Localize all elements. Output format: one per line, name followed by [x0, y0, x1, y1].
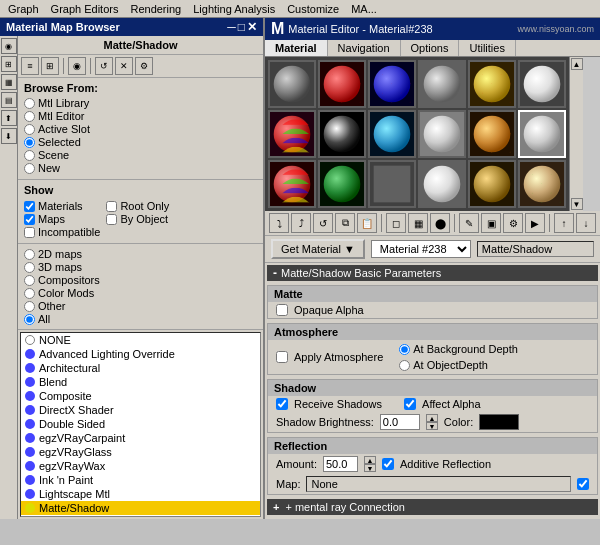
opaque-alpha-checkbox[interactable]: [276, 304, 288, 316]
material-swatch[interactable]: [418, 110, 466, 158]
material-swatch[interactable]: [418, 60, 466, 108]
sidebar-btn-4[interactable]: ▤: [1, 92, 17, 108]
menu-graph[interactable]: Graph: [2, 3, 45, 15]
menu-ma[interactable]: MA...: [345, 3, 383, 15]
toolbar-pick-material[interactable]: ✎: [459, 213, 479, 233]
shadow-brightness-input[interactable]: [380, 414, 420, 430]
show-materials[interactable]: Materials: [24, 200, 100, 212]
toolbar-nav-down[interactable]: ↓: [576, 213, 596, 233]
tab-options[interactable]: Options: [401, 40, 460, 56]
browser-list-view[interactable]: ≡: [21, 57, 39, 75]
brightness-spinner[interactable]: ▲ ▼: [426, 414, 438, 430]
toolbar-put-to-scene[interactable]: ⤴: [291, 213, 311, 233]
toolbar-nav-up[interactable]: ↑: [554, 213, 574, 233]
material-item[interactable]: Double Sided: [21, 417, 260, 431]
scroll-down-arrow[interactable]: ▼: [571, 198, 583, 210]
brightness-up[interactable]: ▲: [426, 414, 438, 422]
browse-mtl-library[interactable]: Mtl Library: [24, 97, 257, 109]
browser-radio-btn[interactable]: ◉: [68, 57, 86, 75]
browse-selected[interactable]: Selected: [24, 136, 257, 148]
menu-graph-editors[interactable]: Graph Editors: [45, 3, 125, 15]
material-item[interactable]: Ink 'n Paint: [21, 473, 260, 487]
browse-new[interactable]: New: [24, 162, 257, 174]
menu-rendering[interactable]: Rendering: [124, 3, 187, 15]
material-swatch[interactable]: [468, 160, 516, 208]
show-incompatible[interactable]: Incompatible: [24, 226, 100, 238]
params-collapse-btn[interactable]: -: [273, 266, 277, 280]
material-swatch[interactable]: [518, 110, 566, 158]
material-item[interactable]: egzVRayGlass: [21, 445, 260, 459]
material-swatch[interactable]: [518, 160, 566, 208]
shadow-color-box[interactable]: [479, 414, 519, 430]
show-by-object[interactable]: By Object: [106, 213, 169, 225]
material-swatch[interactable]: [368, 160, 416, 208]
material-swatch[interactable]: [518, 60, 566, 108]
additive-reflection-checkbox[interactable]: [382, 458, 394, 470]
material-item[interactable]: Morpher: [21, 515, 260, 517]
material-item[interactable]: Architectural: [21, 361, 260, 375]
material-item[interactable]: Matte/Shadow: [21, 501, 260, 515]
mental-ray-bar[interactable]: + + mental ray Connection: [267, 499, 598, 515]
browse-active-slot[interactable]: Active Slot: [24, 123, 257, 135]
at-background-depth[interactable]: At Background Depth: [399, 343, 518, 355]
menu-lighting-analysis[interactable]: Lighting Analysis: [187, 3, 281, 15]
amount-down[interactable]: ▼: [364, 464, 376, 472]
sidebar-btn-1[interactable]: ◉: [1, 38, 17, 54]
material-swatch[interactable]: [318, 60, 366, 108]
material-number-dropdown[interactable]: Material #238: [371, 240, 471, 258]
toolbar-video[interactable]: ▶: [525, 213, 545, 233]
toolbar-show-map[interactable]: ◻: [386, 213, 406, 233]
material-swatch[interactable]: [468, 110, 516, 158]
menu-customize[interactable]: Customize: [281, 3, 345, 15]
material-swatch[interactable]: [318, 110, 366, 158]
apply-atmosphere-checkbox[interactable]: [276, 351, 288, 363]
toolbar-backlight[interactable]: ⬤: [430, 213, 450, 233]
section-2d-maps[interactable]: 2D maps: [24, 248, 257, 260]
browse-scene[interactable]: Scene: [24, 149, 257, 161]
browser-refresh[interactable]: ↺: [95, 57, 113, 75]
section-compositors[interactable]: Compositors: [24, 274, 257, 286]
material-swatch[interactable]: [268, 60, 316, 108]
affect-alpha-checkbox[interactable]: [404, 398, 416, 410]
section-other[interactable]: Other: [24, 300, 257, 312]
material-swatch[interactable]: [368, 110, 416, 158]
amount-up[interactable]: ▲: [364, 456, 376, 464]
amount-spinner[interactable]: ▲ ▼: [364, 456, 376, 472]
toolbar-paste[interactable]: 📋: [357, 213, 377, 233]
material-item[interactable]: Lightscape Mtl: [21, 487, 260, 501]
material-swatch[interactable]: [368, 60, 416, 108]
toolbar-copy[interactable]: ⧉: [335, 213, 355, 233]
browser-clear[interactable]: ✕: [115, 57, 133, 75]
get-material-button[interactable]: Get Material ▼: [271, 239, 365, 259]
material-item[interactable]: Blend: [21, 375, 260, 389]
at-object-depth[interactable]: At ObjectDepth: [399, 359, 518, 371]
tab-navigation[interactable]: Navigation: [328, 40, 401, 56]
material-swatch[interactable]: [268, 110, 316, 158]
sidebar-btn-2[interactable]: ⊞: [1, 56, 17, 72]
browser-options[interactable]: ⚙: [135, 57, 153, 75]
browse-mtl-editor[interactable]: Mtl Editor: [24, 110, 257, 122]
material-swatch[interactable]: [418, 160, 466, 208]
section-all[interactable]: All: [24, 313, 257, 325]
material-item[interactable]: NONE: [21, 333, 260, 347]
scroll-up-arrow[interactable]: ▲: [571, 58, 583, 70]
toolbar-options[interactable]: ⚙: [503, 213, 523, 233]
sidebar-btn-3[interactable]: ▦: [1, 74, 17, 90]
toolbar-select[interactable]: ▣: [481, 213, 501, 233]
material-item[interactable]: DirectX Shader: [21, 403, 260, 417]
material-item[interactable]: Composite: [21, 389, 260, 403]
toolbar-get-from-scene[interactable]: ⤵: [269, 213, 289, 233]
tab-material[interactable]: Material: [265, 40, 328, 56]
material-item[interactable]: egzVRayWax: [21, 459, 260, 473]
brightness-down[interactable]: ▼: [426, 422, 438, 430]
reflection-amount-input[interactable]: [323, 456, 358, 472]
receive-shadows-checkbox[interactable]: [276, 398, 288, 410]
minimize-button[interactable]: ─: [227, 20, 236, 34]
reflection-map-dropdown[interactable]: None: [306, 476, 571, 492]
show-maps[interactable]: Maps: [24, 213, 100, 225]
close-button[interactable]: ✕: [247, 20, 257, 34]
sidebar-btn-5[interactable]: ⬆: [1, 110, 17, 126]
toolbar-reset[interactable]: ↺: [313, 213, 333, 233]
show-root-only[interactable]: Root Only: [106, 200, 169, 212]
maximize-button[interactable]: □: [238, 20, 245, 34]
